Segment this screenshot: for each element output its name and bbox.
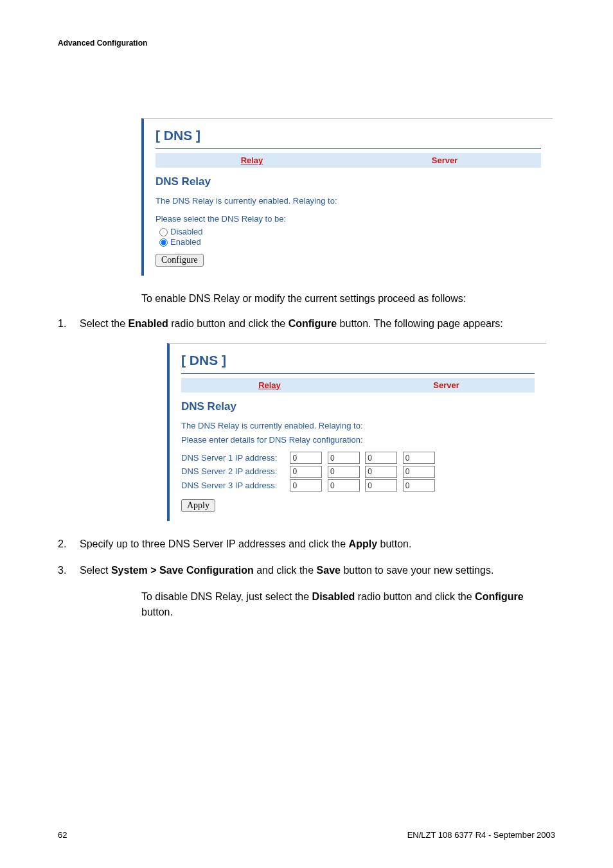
intro-text: To enable DNS Relay or modify the curren… (141, 291, 555, 306)
status-text: The DNS Relay is currently enabled. Rela… (155, 195, 541, 208)
prompt-text: Please select the DNS Relay to be: (155, 213, 541, 226)
step-2: 2. Specify up to three DNS Server IP add… (58, 536, 555, 551)
text-bold: Configure (475, 591, 524, 602)
step-text: and click the (254, 565, 317, 576)
dns-server-3-label: DNS Server 3 IP address: (181, 481, 287, 490)
step-bold: System > Save Configuration (111, 565, 254, 576)
doc-id: EN/LZT 108 6377 R4 - September 2003 (407, 830, 555, 840)
panel-title: [ DNS ] (155, 128, 541, 143)
step-number: 3. (58, 563, 66, 578)
dns2-octet2[interactable] (328, 466, 360, 478)
step-text: radio button and click the (168, 318, 289, 329)
step-text: Specify up to three DNS Server IP addres… (80, 538, 349, 549)
text: button. (141, 607, 173, 617)
dns-server-2-row: DNS Server 2 IP address: (181, 465, 535, 478)
radio-enabled-row[interactable]: Enabled (159, 237, 541, 247)
step-bold: Configure (289, 318, 337, 329)
step-text: button. (377, 538, 411, 549)
dns2-octet1[interactable] (290, 466, 322, 478)
tab-relay-label[interactable]: Relay (241, 155, 263, 165)
tab-relay-label[interactable]: Relay (258, 380, 281, 390)
step-text: Select the (80, 318, 129, 329)
step-number: 1. (58, 316, 66, 331)
radio-enabled-label: Enabled (170, 237, 201, 247)
tabs: Relay Server (155, 153, 541, 168)
tab-server[interactable]: Server (358, 378, 535, 393)
divider (155, 148, 541, 149)
page-footer: 62 EN/LZT 108 6377 R4 - September 2003 (58, 830, 555, 840)
section-title: DNS Relay (181, 400, 535, 413)
step-bold: Save (317, 565, 341, 576)
step-text: button to save your new settings. (341, 565, 493, 576)
text-bold: Disabled (312, 591, 355, 602)
dns3-octet4[interactable] (403, 479, 435, 492)
tab-server[interactable]: Server (348, 153, 541, 168)
step-bold: Enabled (129, 318, 168, 329)
dns3-octet3[interactable] (365, 479, 397, 492)
dns2-octet4[interactable] (403, 466, 435, 478)
dns3-octet2[interactable] (328, 479, 360, 492)
prompt-text: Please enter details for DNS Relay confi… (181, 434, 535, 447)
radio-enabled[interactable] (159, 238, 168, 247)
dns1-octet1[interactable] (290, 452, 322, 464)
panel-title: [ DNS ] (181, 353, 535, 368)
radio-disabled[interactable] (159, 228, 168, 236)
tab-relay[interactable]: Relay (181, 378, 358, 393)
text: To disable DNS Relay, just select the (141, 591, 312, 602)
step-number: 2. (58, 536, 66, 551)
step-text: button. The following page appears: (337, 318, 503, 329)
dns2-octet3[interactable] (365, 466, 397, 478)
dns-server-1-row: DNS Server 1 IP address: (181, 452, 535, 465)
divider (181, 373, 535, 374)
dns-panel-relay-select: [ DNS ] Relay Server DNS Relay The DNS R… (141, 118, 553, 276)
apply-button[interactable]: Apply (181, 499, 215, 512)
step-3: 3. Select System > Save Configuration an… (58, 563, 555, 578)
step-1: 1. Select the Enabled radio button and c… (58, 316, 555, 331)
step-text: Select (80, 565, 111, 576)
dns1-octet3[interactable] (365, 452, 397, 464)
configure-button[interactable]: Configure (155, 254, 204, 267)
dns1-octet4[interactable] (403, 452, 435, 464)
page-header: Advanced Configuration (58, 39, 555, 48)
dns-server-3-row: DNS Server 3 IP address: (181, 479, 535, 492)
radio-disabled-label: Disabled (170, 227, 203, 236)
dns-panel-relay-config: [ DNS ] Relay Server DNS Relay The DNS R… (167, 343, 546, 522)
step-bold: Apply (349, 538, 377, 549)
section-title: DNS Relay (155, 175, 541, 188)
text: radio button and click the (355, 591, 475, 602)
dns1-octet2[interactable] (328, 452, 360, 464)
tab-relay[interactable]: Relay (155, 153, 348, 168)
page-number: 62 (58, 830, 67, 840)
radio-disabled-row[interactable]: Disabled (159, 227, 541, 236)
dns3-octet1[interactable] (290, 479, 322, 492)
closing-text: To disable DNS Relay, just select the Di… (141, 589, 555, 619)
dns-server-1-label: DNS Server 1 IP address: (181, 453, 287, 463)
tabs: Relay Server (181, 378, 535, 393)
status-text: The DNS Relay is currently enabled. Rela… (181, 420, 535, 432)
dns-server-2-label: DNS Server 2 IP address: (181, 466, 287, 476)
